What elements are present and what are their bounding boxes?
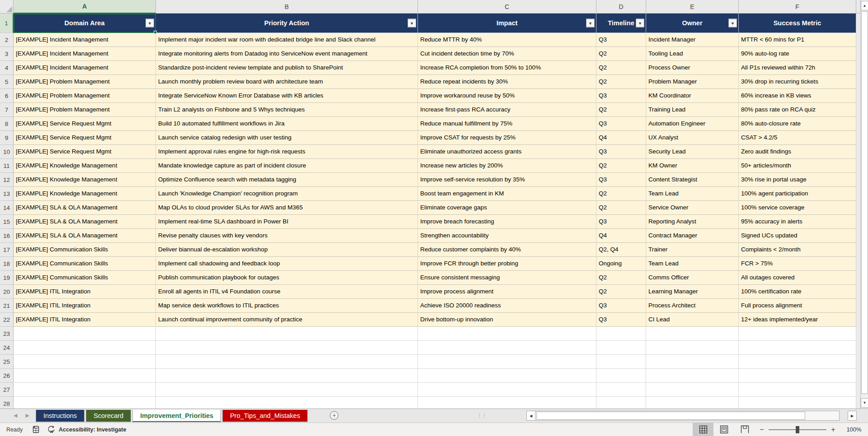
- cell-D20[interactable]: Q2: [596, 285, 646, 299]
- cell-D6[interactable]: Q3: [596, 89, 646, 103]
- cell-C21[interactable]: Achieve ISO 20000 readiness: [418, 299, 596, 313]
- cell-E13[interactable]: Team Lead: [646, 187, 739, 201]
- column-letter-C[interactable]: C: [418, 0, 596, 14]
- zoom-out-button[interactable]: −: [755, 426, 769, 434]
- cell-B19[interactable]: Publish communication playbook for outag…: [156, 271, 418, 285]
- sheet-tab-instructions[interactable]: Instructions: [36, 410, 84, 422]
- normal-view-button[interactable]: [693, 423, 713, 436]
- row-number-15[interactable]: 15: [0, 215, 14, 229]
- cell-D3[interactable]: Q2: [596, 47, 646, 61]
- row-number-17[interactable]: 17: [0, 243, 14, 257]
- cell-E21[interactable]: Process Architect: [646, 299, 739, 313]
- row-number-13[interactable]: 13: [0, 187, 14, 201]
- cell-C8[interactable]: Reduce manual fulfillment by 75%: [418, 117, 596, 131]
- cell-A21[interactable]: [EXAMPLE] ITIL Integration: [14, 299, 156, 313]
- row-number-19[interactable]: 19: [0, 271, 14, 285]
- cell-C13[interactable]: Boost team engagement in KM: [418, 187, 596, 201]
- cell-B13[interactable]: Launch 'Knowledge Champion' recognition …: [156, 187, 418, 201]
- cell-A17[interactable]: [EXAMPLE] Communication Skills: [14, 243, 156, 257]
- cell-E26[interactable]: [646, 369, 739, 383]
- cell-B11[interactable]: Mandate knowledge capture as part of inc…: [156, 159, 418, 173]
- row-number-3[interactable]: 3: [0, 47, 14, 61]
- zoom-slider-thumb[interactable]: [796, 426, 799, 433]
- cell-F15[interactable]: 95% accuracy in alerts: [739, 215, 856, 229]
- row-number-16[interactable]: 16: [0, 229, 14, 243]
- page-break-preview-button[interactable]: [734, 423, 755, 436]
- row-number-26[interactable]: 26: [0, 369, 14, 383]
- scroll-up-button[interactable]: ▲: [861, 1, 868, 10]
- cell-E25[interactable]: [646, 355, 739, 369]
- row-number-18[interactable]: 18: [0, 257, 14, 271]
- cell-C5[interactable]: Reduce repeat incidents by 30%: [418, 75, 596, 89]
- cell-A27[interactable]: [14, 383, 156, 397]
- cell-F21[interactable]: Full process alignment: [739, 299, 856, 313]
- header-cell-E[interactable]: Owner▼: [646, 14, 739, 33]
- cell-C28[interactable]: [418, 397, 596, 408]
- filter-dropdown-button[interactable]: ▼: [586, 19, 595, 28]
- horizontal-scrollbar[interactable]: ◀ ▶: [526, 411, 858, 421]
- scroll-left-button[interactable]: ◀: [526, 411, 535, 421]
- cell-E3[interactable]: Tooling Lead: [646, 47, 739, 61]
- zoom-slider[interactable]: [769, 423, 826, 436]
- cell-F2[interactable]: MTTR < 60 mins for P1: [739, 33, 856, 47]
- cell-A26[interactable]: [14, 369, 156, 383]
- cell-D18[interactable]: Ongoing: [596, 257, 646, 271]
- cell-B28[interactable]: [156, 397, 418, 408]
- cell-A22[interactable]: [EXAMPLE] ITIL Integration: [14, 313, 156, 327]
- filter-dropdown-button[interactable]: ▼: [408, 19, 416, 28]
- cell-C27[interactable]: [418, 383, 596, 397]
- prev-sheet-arrow-icon[interactable]: ◀: [14, 413, 17, 418]
- cell-E6[interactable]: KM Coordinator: [646, 89, 739, 103]
- cell-D22[interactable]: Q3: [596, 313, 646, 327]
- cell-C7[interactable]: Increase first-pass RCA accuracy: [418, 103, 596, 117]
- cell-F22[interactable]: 12+ ideas implemented/year: [739, 313, 856, 327]
- cell-C24[interactable]: [418, 341, 596, 355]
- tab-scrollbar-splitter[interactable]: ⋮⋮: [476, 409, 486, 422]
- cell-E7[interactable]: Training Lead: [646, 103, 739, 117]
- cell-A16[interactable]: [EXAMPLE] SLA & OLA Management: [14, 229, 156, 243]
- cell-A13[interactable]: [EXAMPLE] Knowledge Management: [14, 187, 156, 201]
- cell-C4[interactable]: Increase RCA completion from 50% to 100%: [418, 61, 596, 75]
- cell-E9[interactable]: UX Analyst: [646, 131, 739, 145]
- cell-A18[interactable]: [EXAMPLE] Communication Skills: [14, 257, 156, 271]
- cell-D24[interactable]: [596, 341, 646, 355]
- row-number-2[interactable]: 2: [0, 33, 14, 47]
- cell-B16[interactable]: Revise penalty clauses with key vendors: [156, 229, 418, 243]
- filter-dropdown-button[interactable]: ▼: [145, 19, 154, 28]
- cell-E16[interactable]: Contract Manager: [646, 229, 739, 243]
- cell-E15[interactable]: Reporting Analyst: [646, 215, 739, 229]
- cell-D28[interactable]: [596, 397, 646, 408]
- scroll-down-button[interactable]: ▼: [861, 398, 868, 408]
- row-number-8[interactable]: 8: [0, 117, 14, 131]
- cell-A11[interactable]: [EXAMPLE] Knowledge Management: [14, 159, 156, 173]
- cell-F6[interactable]: 60% increase in KB views: [739, 89, 856, 103]
- cell-D8[interactable]: Q3: [596, 117, 646, 131]
- cell-D19[interactable]: Q2: [596, 271, 646, 285]
- row-number-4[interactable]: 4: [0, 61, 14, 75]
- cell-F25[interactable]: [739, 355, 856, 369]
- row-number-24[interactable]: 24: [0, 341, 14, 355]
- cell-B18[interactable]: Implement call shadowing and feedback lo…: [156, 257, 418, 271]
- row-number-6[interactable]: 6: [0, 89, 14, 103]
- cell-F23[interactable]: [739, 327, 856, 341]
- vertical-scrollbar[interactable]: ▲ ▼: [860, 0, 868, 408]
- select-all-button[interactable]: [0, 0, 14, 14]
- cell-F8[interactable]: 80% auto-closure rate: [739, 117, 856, 131]
- cell-C26[interactable]: [418, 369, 596, 383]
- row-number-25[interactable]: 25: [0, 355, 14, 369]
- cell-F10[interactable]: Zero audit findings: [739, 145, 856, 159]
- cell-E5[interactable]: Problem Manager: [646, 75, 739, 89]
- cell-C3[interactable]: Cut incident detection time by 70%: [418, 47, 596, 61]
- sheet-tab-scorecard[interactable]: Scorecard: [86, 410, 131, 422]
- cell-D4[interactable]: Q2: [596, 61, 646, 75]
- cell-E8[interactable]: Automation Engineer: [646, 117, 739, 131]
- cell-E27[interactable]: [646, 383, 739, 397]
- row-number-11[interactable]: 11: [0, 159, 14, 173]
- cell-D5[interactable]: Q2: [596, 75, 646, 89]
- cell-B5[interactable]: Launch monthly problem review board with…: [156, 75, 418, 89]
- row-number-27[interactable]: 27: [0, 383, 14, 397]
- cell-E18[interactable]: Team Lead: [646, 257, 739, 271]
- cell-B24[interactable]: [156, 341, 418, 355]
- cell-F5[interactable]: 30% drop in recurring tickets: [739, 75, 856, 89]
- cell-C17[interactable]: Reduce customer complaints by 40%: [418, 243, 596, 257]
